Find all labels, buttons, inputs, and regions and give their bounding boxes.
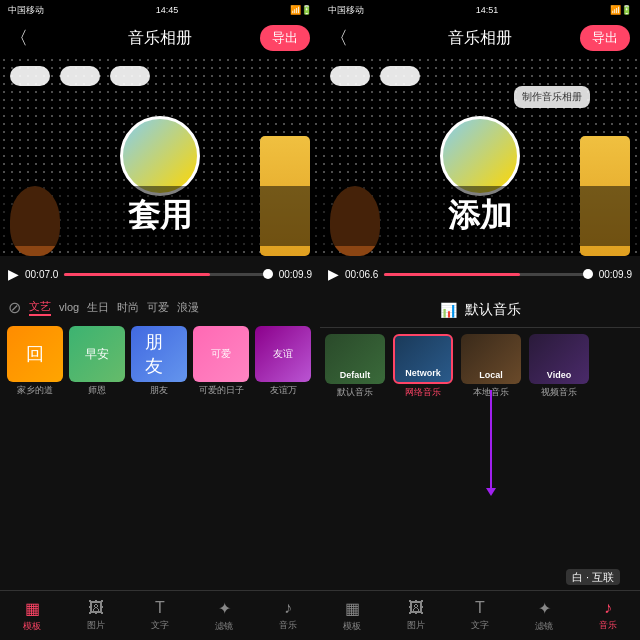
left-nav-photo-label: 图片 <box>87 619 105 632</box>
right-back-arrow[interactable]: 〈 <box>330 26 348 50</box>
left-template-label-3: 朋友 <box>130 384 188 397</box>
right-nav-music[interactable]: ♪ 音乐 <box>576 591 640 640</box>
left-nav-photo[interactable]: 🖼 图片 <box>64 591 128 640</box>
left-export-button[interactable]: 导出 <box>260 25 310 51</box>
right-tab-text-default: Default <box>325 370 385 380</box>
left-template-2[interactable]: 早安 师恩 <box>68 326 126 397</box>
right-battery: 📶🔋 <box>610 5 632 15</box>
left-tab-birthday[interactable]: 生日 <box>87 300 109 315</box>
left-overlay-text: 套用 <box>0 186 320 246</box>
right-music-header: 📊 默认音乐 <box>320 292 640 328</box>
left-nav-filter-label: 滤镜 <box>215 620 233 633</box>
right-music-panel: 📊 默认音乐 Default 默认音乐 Network 网络音乐 Local 本 <box>320 292 640 590</box>
cloud-3 <box>110 66 150 86</box>
left-back-arrow[interactable]: 〈 <box>10 26 28 50</box>
right-tab-label-video: 视频音乐 <box>541 386 577 399</box>
right-status-bar: 中国移动 14:51 📶🔋 <box>320 0 640 20</box>
left-text-icon: T <box>155 599 165 617</box>
right-progress-thumb <box>583 269 593 279</box>
left-filter-icon[interactable]: ⊘ <box>8 298 21 317</box>
right-title-bar: 〈 音乐相册 导出 <box>320 20 640 56</box>
right-export-button[interactable]: 导出 <box>580 25 630 51</box>
left-status-bar: 中国移动 14:45 📶🔋 <box>0 0 320 20</box>
left-template-4[interactable]: 可爱 可爱的日子 <box>192 326 250 397</box>
right-cloud-2 <box>380 66 420 86</box>
right-playback-bar: ▶ 00:06.6 00:09.9 <box>320 256 640 292</box>
right-music-tab-network[interactable]: Network 网络音乐 <box>392 334 454 399</box>
right-tab-text-network: Network <box>395 368 451 378</box>
left-nav-music-label: 音乐 <box>279 619 297 632</box>
left-template-thumb-1: 回 <box>7 326 63 382</box>
left-template-label-4: 可爱的日子 <box>192 384 250 397</box>
left-tab-vlog[interactable]: vlog <box>59 301 79 313</box>
right-overlay-text: 添加 <box>320 186 640 246</box>
right-nav-template[interactable]: ▦ 模板 <box>320 591 384 640</box>
left-bottom-nav: ▦ 模板 🖼 图片 T 文字 ✦ 滤镜 ♪ 音乐 <box>0 590 320 640</box>
right-time: 14:51 <box>476 5 499 15</box>
right-clouds <box>330 66 640 86</box>
right-carrier: 中国移动 <box>328 4 364 17</box>
right-music-nav-icon: ♪ <box>604 599 612 617</box>
left-photo-icon: 🖼 <box>88 599 104 617</box>
right-nav-filter[interactable]: ✦ 滤镜 <box>512 591 576 640</box>
right-music-eq-icon: 📊 <box>440 302 457 318</box>
right-action-label: 添加 <box>448 194 512 238</box>
right-total-time: 00:09.9 <box>599 269 632 280</box>
left-nav-text-label: 文字 <box>151 619 169 632</box>
left-nav-text[interactable]: T 文字 <box>128 591 192 640</box>
right-tab-label-default: 默认音乐 <box>337 386 373 399</box>
left-tab-fashion[interactable]: 时尚 <box>117 300 139 315</box>
right-tab-thumb-local: Local <box>461 334 521 384</box>
right-bottom-nav: ▦ 模板 🖼 图片 T 文字 ✦ 滤镜 ♪ 音乐 <box>320 590 640 640</box>
left-clouds <box>10 66 320 86</box>
left-tab-romance[interactable]: 浪漫 <box>177 300 199 315</box>
right-arrow-annotation <box>490 390 492 490</box>
left-circle-photo <box>120 116 200 196</box>
right-play-button[interactable]: ▶ <box>328 266 339 282</box>
left-template-icon: ▦ <box>25 599 40 618</box>
left-template-5[interactable]: 友谊 友谊万 <box>254 326 312 397</box>
right-text-icon: T <box>475 599 485 617</box>
left-template-thumb-2: 早安 <box>69 326 125 382</box>
right-progress-bar[interactable] <box>384 273 592 276</box>
right-music-tab-default[interactable]: Default 默认音乐 <box>324 334 386 399</box>
left-nav-template-label: 模板 <box>23 620 41 633</box>
left-play-button[interactable]: ▶ <box>8 266 19 282</box>
right-nav-text-label: 文字 <box>471 619 489 632</box>
left-template-label-2: 师恩 <box>68 384 126 397</box>
left-title: 音乐相册 <box>128 28 192 49</box>
right-nav-text[interactable]: T 文字 <box>448 591 512 640</box>
left-template-thumb-3: 朋友 <box>131 326 187 382</box>
left-nav-filter[interactable]: ✦ 滤镜 <box>192 591 256 640</box>
left-template-thumb-5: 友谊 <box>255 326 311 382</box>
watermark: 白 · 互联 <box>566 567 620 585</box>
right-preview-area: 制作音乐相册 添加 <box>320 56 640 256</box>
right-tab-thumb-network: Network <box>393 334 453 384</box>
right-preview-image: 制作音乐相册 添加 <box>320 56 640 256</box>
right-phone-panel: 中国移动 14:51 📶🔋 〈 音乐相册 导出 制作音乐相册 添加 ▶ 00:0… <box>320 0 640 640</box>
left-preview-image: 套用 <box>0 56 320 256</box>
left-nav-template[interactable]: ▦ 模板 <box>0 591 64 640</box>
right-nav-photo[interactable]: 🖼 图片 <box>384 591 448 640</box>
left-nav-music[interactable]: ♪ 音乐 <box>256 591 320 640</box>
left-carrier: 中国移动 <box>8 4 44 17</box>
right-tab-thumb-video: Video <box>529 334 589 384</box>
left-time: 14:45 <box>156 5 179 15</box>
left-progress-fill <box>64 273 210 276</box>
right-photo-icon: 🖼 <box>408 599 424 617</box>
left-template-label-1: 家乡的道 <box>6 384 64 397</box>
right-template-icon: ▦ <box>345 599 360 618</box>
left-template-1[interactable]: 回 家乡的道 <box>6 326 64 397</box>
right-nav-photo-label: 图片 <box>407 619 425 632</box>
left-battery: 📶🔋 <box>290 5 312 15</box>
right-cloud-1 <box>330 66 370 86</box>
left-progress-bar[interactable] <box>64 273 272 276</box>
cloud-1 <box>10 66 50 86</box>
right-music-tab-video[interactable]: Video 视频音乐 <box>528 334 590 399</box>
left-total-time: 00:09.9 <box>279 269 312 280</box>
right-circle-photo <box>440 116 520 196</box>
left-template-3[interactable]: 朋友 朋友 <box>130 326 188 397</box>
left-tab-cute[interactable]: 可爱 <box>147 300 169 315</box>
left-progress-thumb <box>263 269 273 279</box>
left-tab-wenyi[interactable]: 文艺 <box>29 299 51 316</box>
